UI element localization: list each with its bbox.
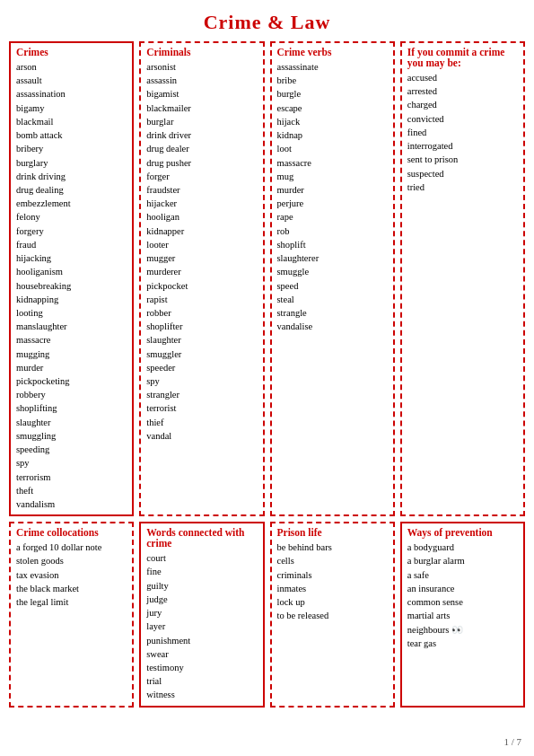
list-item: terrorism [16,470,127,484]
list-item: accused [407,71,518,84]
page-title: Crime & Law [0,0,534,41]
card-prison-life: Prison lifebe behind barscellscriminalsi… [270,522,395,707]
list-item: jury [146,606,257,620]
card-header-crime-verbs: Crime verbs [277,47,388,57]
list-item: terrorist [146,401,257,415]
list-item: tear gas [407,637,518,650]
top-grid: Crimesarsonassaultassassinationbigamybla… [0,41,534,516]
list-item: sent to prison [407,153,518,166]
list-item: drink driver [146,128,257,142]
list-item: assassin [146,74,257,87]
list-item: guilty [146,579,257,593]
list-item: murder [16,361,127,374]
list-item: bribe [277,74,388,87]
list-item: shoplift [277,238,388,251]
list-item: martial arts [407,609,518,622]
list-item: fraudster [146,183,257,197]
card-header-if-you-commit: If you commit a crime you may be: [407,47,518,68]
list-item: embezzlement [16,197,127,210]
list-item: bomb attack [16,128,127,142]
list-item: drink driving [16,170,127,183]
list-item: vandalism [16,497,127,511]
list-item: swear [146,647,257,661]
list-item: smuggler [146,347,257,361]
list-item: assassinate [277,60,388,74]
list-item: to be released [277,609,388,622]
list-item: escape [277,101,388,115]
list-item: speeder [146,361,257,374]
list-item: massacre [16,333,127,347]
list-item: a safe [407,568,518,582]
card-crime-verbs: Crime verbsassassinatebribeburgleescapeh… [270,41,395,516]
card-ways-prevention: Ways of preventiona bodyguarda burglar a… [400,522,525,707]
list-item: smuggling [16,429,127,443]
list-item: fraud [16,238,127,251]
list-item: lock up [277,595,388,609]
list-item: burglar [146,115,257,128]
list-item: speed [277,279,388,293]
page-number: 1 / 7 [503,736,521,747]
list-item: the legal limit [16,595,127,609]
list-item: massacre [277,156,388,170]
list-item: inmates [277,582,388,595]
list-item: fined [407,126,518,139]
list-item: neighbours 👀 [407,623,518,637]
list-item: forger [146,170,257,183]
list-item: trial [146,674,257,688]
list-item: witness [146,688,257,701]
list-item: robbery [16,388,127,401]
list-item: smuggle [277,265,388,278]
list-item: robber [146,306,257,320]
list-item: arrested [407,84,518,98]
list-item: rapist [146,293,257,306]
list-item: criminals [277,568,388,582]
card-crimes: Crimesarsonassaultassassinationbigamybla… [9,41,134,516]
card-header-criminals: Criminals [146,47,257,57]
list-item: rape [277,210,388,224]
list-item: forgery [16,224,127,238]
list-item: theft [16,484,127,497]
list-item: layer [146,620,257,633]
list-item: drug pusher [146,156,257,170]
list-item: steal [277,293,388,306]
list-item: blackmailer [146,101,257,115]
list-item: strangler [146,388,257,401]
list-item: stolen goods [16,554,127,567]
list-item: kidnapper [146,224,257,238]
list-item: hijack [277,115,388,128]
list-item: cells [277,554,388,567]
list-item: kidnapping [16,293,127,306]
list-item: speeding [16,443,127,456]
list-item: an insurance [407,582,518,595]
list-item: testimony [146,661,257,674]
list-item: blackmail [16,115,127,128]
list-item: shoplifting [16,401,127,415]
list-item: mugging [16,347,127,361]
list-item: be behind bars [277,541,388,554]
list-item: rob [277,224,388,238]
list-item: arson [16,60,127,74]
list-item: slaughter [16,416,127,429]
list-item: murderer [146,265,257,278]
list-item: mugger [146,251,257,265]
list-item: manslaughter [16,320,127,333]
list-item: shoplifter [146,320,257,333]
card-header-crimes: Crimes [16,47,127,57]
list-item: pickpocketing [16,374,127,388]
list-item: fine [146,565,257,578]
list-item: court [146,551,257,565]
list-item: bribery [16,142,127,155]
list-item: slaughter [146,333,257,347]
list-item: a bodyguard [407,541,518,554]
list-item: kidnap [277,128,388,142]
list-item: hooliganism [16,265,127,278]
list-item: tried [407,180,518,194]
list-item: assassination [16,87,127,101]
list-item: bigamist [146,87,257,101]
list-item: hijacker [146,197,257,210]
list-item: arsonist [146,60,257,74]
list-item: spy [146,374,257,388]
list-item: interrogated [407,139,518,153]
list-item: bigamy [16,101,127,115]
list-item: drug dealer [146,142,257,155]
